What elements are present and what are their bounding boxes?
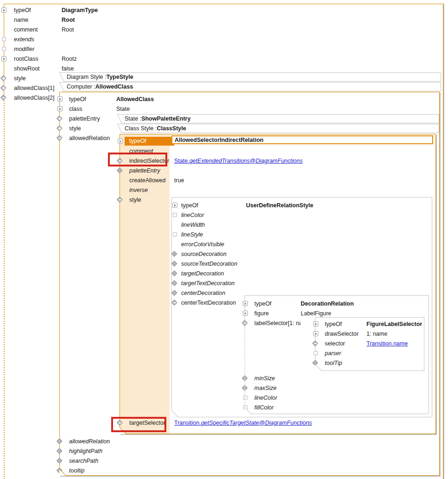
diamond-filled-icon[interactable] [57,457,63,464]
selector-link[interactable]: Transition.getSpecificTargetState@Diagra… [174,420,312,426]
diamond-filled-icon[interactable] [171,260,178,267]
prop-row: classState [60,104,439,114]
diamond-filled-icon[interactable] [242,375,249,382]
diamond-filled-icon[interactable] [117,167,124,174]
prop-label: style [129,197,170,203]
icon-cell [170,220,179,230]
diamond-plus-icon[interactable] [0,75,7,82]
selector-link[interactable]: Transition.name [366,340,408,347]
diamond-minus-icon[interactable] [0,94,7,101]
icon-cell [240,299,250,308]
expand-icon[interactable] [313,331,318,336]
prop-row: searchPath [60,456,439,466]
prop-label: name [14,17,62,23]
prop-row: allowedRelation [60,436,439,446]
icon-cell [55,123,64,133]
icon-cell [311,319,320,329]
icon-cell [311,329,320,338]
diamond-plus-icon[interactable] [57,125,63,132]
prop-label: typeOf [181,202,246,209]
diamond-plus-icon[interactable] [0,84,7,91]
prop-label: createAllowed [129,177,170,184]
expand-icon[interactable] [243,301,248,306]
expand-icon[interactable] [118,139,123,144]
prop-row: style [60,123,439,133]
prop-row: figureLabelFigure [245,308,429,318]
prop-row: minSize [245,373,429,383]
prop-row: targetSelectorTransition.getSpecificTarg… [120,418,435,428]
icon-cell [0,15,8,25]
prop-row: paletteEntry [60,114,439,123]
selected-value-box[interactable]: AllowedSelectorIndirectRelation [171,135,433,144]
diamond-filled-icon[interactable] [171,289,178,296]
prop-row: typeOfDiagramType [4,5,443,15]
icon-cell [240,308,250,318]
icon-cell [0,93,8,102]
expand-icon[interactable] [57,96,63,102]
diamond-filled-icon[interactable] [57,438,63,445]
expand-icon[interactable] [1,7,6,13]
icon-cell [170,288,179,298]
prop-value: Root [62,26,74,33]
icon-cell [170,278,179,288]
expand-icon[interactable] [243,311,248,316]
prop-label: rootClass [14,56,62,62]
expand-icon[interactable] [1,56,6,61]
diamond-filled-icon[interactable] [57,467,63,474]
selector-link[interactable]: State.getExtendedTransitions@DiagramFunc… [174,158,303,164]
prop-row: parser [315,348,424,358]
diamond-filled-icon[interactable] [171,250,178,257]
diamond-minus-icon[interactable] [57,134,63,141]
expand-icon[interactable] [313,321,318,326]
square-icon [2,47,6,51]
spacer [245,328,246,373]
prop-value: true [174,177,184,184]
prop-label: typeOf [254,300,301,307]
prop-row: highlightPath [60,446,439,456]
icon-cell [240,393,250,402]
prop-row: typeOfFigureLabelSelector [315,319,424,329]
prop-row: errorColorVisible [172,239,432,249]
diamond-filled-icon[interactable] [171,270,178,277]
diamond-minus-icon[interactable] [117,196,124,203]
prop-row: sourceTextDecoration [172,259,432,268]
diamond-filled-icon[interactable] [242,384,249,391]
diamond-filled-icon[interactable] [312,359,319,366]
prop-row: lineStyle [172,230,432,239]
square-icon [243,405,247,409]
diamond-plus-icon[interactable] [57,115,63,122]
icon-cell [0,44,8,54]
prop-label: class [69,106,116,112]
diamond-filled-icon[interactable] [57,447,63,454]
prop-row: inverse [120,185,435,195]
icon-cell [240,383,250,393]
square-icon [2,37,6,41]
prop-label: typeOf [69,96,116,102]
prop-label: lineColor [181,212,246,218]
prop-row: style [4,73,443,83]
prop-label: allowedRelation [69,438,116,445]
dashed-connector [245,326,245,408]
icon-cell [55,133,64,143]
prop-label: parser [325,350,366,357]
prop-label: allowedRelation [69,135,116,141]
prop-row: allowedClass[1] [4,83,443,93]
diamond-minus-icon[interactable] [242,319,249,326]
diamond-minus-icon[interactable] [312,340,319,347]
prop-label: figure [254,310,301,317]
prop-label: typeOf [125,137,174,146]
icon-cell [311,338,320,348]
expand-icon[interactable] [172,203,177,208]
prop-row: commentRoot [4,25,443,34]
prop-row: modifier [4,44,443,54]
expand-icon[interactable] [57,106,63,111]
icon-cell [170,249,179,259]
diamond-minus-icon[interactable] [171,299,178,306]
icon-cell [170,298,179,307]
diamond-filled-icon[interactable] [171,280,178,287]
prop-row: typeOfAllowedClass [60,94,439,104]
property-sheet: typeOfDiagramTypenameRootcommentRootexte… [0,0,448,479]
prop-label: targetDecoration [181,270,246,277]
prop-label: sourceTextDecoration [181,261,246,267]
icon-cell [170,230,179,239]
